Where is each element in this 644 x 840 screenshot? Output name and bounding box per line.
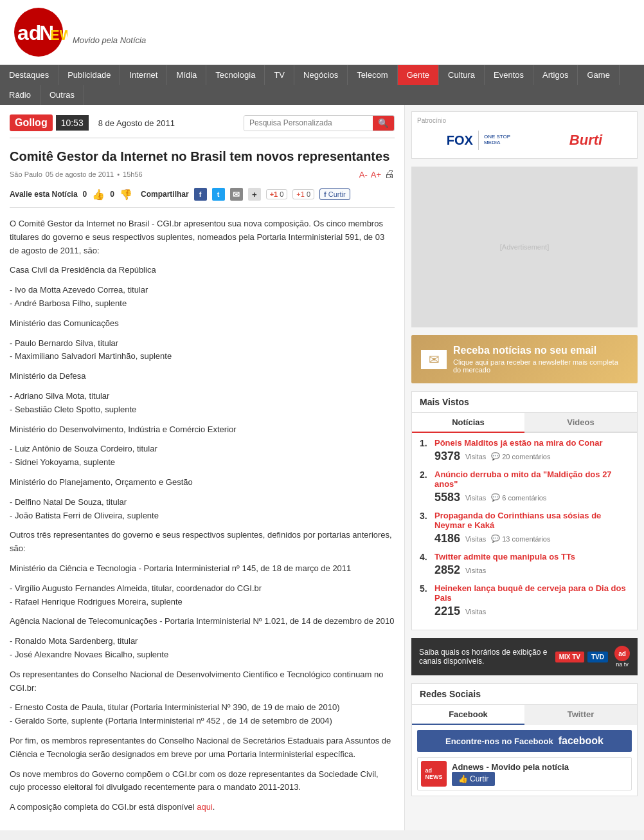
thumbup-icon[interactable]: 👍 [92,188,105,201]
nav-artigos[interactable]: Artigos [533,65,578,85]
nav-gente[interactable]: Gente [398,65,439,85]
avalie-count-down: 0 [110,190,114,199]
article-para-6: - Adriano Silva Mota, titular- Sebastião… [10,390,395,417]
gplus-count-btn[interactable]: +1 0 [266,189,288,199]
nav-cultura[interactable]: Cultura [439,65,485,85]
gollog-time: 10:53 [56,115,89,131]
nav-telecom[interactable]: Telecom [348,65,397,85]
nav-tecnologia[interactable]: Tecnologia [206,65,265,85]
newsletter-text: Receba notícias no seu email Clique aqui… [453,345,628,374]
article-para-2: - Ivo da Motta Azevedo Correa, titular- … [10,284,395,311]
redes-tab-facebook[interactable]: Facebook [412,705,524,725]
article-para-0: O Comitê Gestor da Internet no Brasil - … [10,217,395,257]
comment-icon-1: 💬 [491,452,500,461]
article-para-3: Ministério das Comunicações [10,317,395,331]
article-para-19: Os nove membros do Governo compõem o CGI… [10,768,395,795]
burti-logo: Burti [569,132,602,149]
search-bar[interactable]: 🔍 [244,115,395,131]
adnews-tv-logos: MIX TV TVD [555,652,608,662]
facebook-share-btn[interactable]: f [194,188,207,201]
thumbup-fb-icon: 👍 [458,774,468,783]
search-input[interactable] [244,116,373,131]
mv-link-2[interactable]: Anúncio derruba o mito da "Maldição dos … [434,470,629,489]
mv-visits-3: 4186 [434,532,460,545]
nav-publicidade[interactable]: Publicidade [58,65,120,85]
redes-tabs: Facebook Twitter [412,705,637,725]
mv-content-1: Pôneis Malditos já estão na mira do Cona… [434,438,629,463]
mais-vistos-section: Mais Vistos Notícias Videos 1. Pôneis Ma… [411,391,638,630]
nav-eventos[interactable]: Eventos [485,65,533,85]
mv-visits-1: 9378 [434,450,460,463]
more-share-btn[interactable]: + [248,188,261,201]
article-para-5: Ministério da Defesa [10,370,395,383]
fox-text: FOX [447,133,473,148]
mv-tab-videos[interactable]: Videos [524,413,637,433]
fb-find-text: Encontre-nos no Facebook [445,736,553,746]
avalie-bar: Avalie esta Notícia 0 👍 0 👎 Compartilhar… [10,188,395,208]
mv-comments-1: 💬 20 comentários [491,452,550,461]
fox-logo: FOX ONE STOPMEDIA [447,131,510,150]
nav-destaques[interactable]: Destaques [0,65,58,85]
nav-radio[interactable]: Rádio [0,85,40,105]
mv-visits-label-4: Visitas [465,567,486,574]
facebook-icon: facebook [559,735,604,747]
nav-game[interactable]: Game [578,65,619,85]
mv-content-4: Twitter admite que manipula os TTs 2852 … [434,552,629,577]
article-para-4: - Paulo Bernardo Silva, titular- Maximil… [10,337,395,364]
comment-icon-2: 💬 [491,493,500,502]
fb-like-button[interactable]: 👍 Curtir [452,772,495,786]
mv-num-5: 5. [420,583,431,594]
gplus1-count-btn[interactable]: +1 0 [292,189,314,199]
article-para-17: - Ernesto Costa de Paula, titular (Porta… [10,701,395,728]
redes-tab-twitter[interactable]: Twitter [524,705,637,725]
mv-comments-2: 💬 6 comentários [491,493,546,502]
gplus-count: 0 [280,190,283,198]
mv-link-1[interactable]: Pôneis Malditos já estão na mira do Cona… [434,438,629,448]
newsletter-box[interactable]: ✉ Receba notícias no seu email Clique aq… [411,335,638,383]
nav: Destaques Publicidade Internet Mídia Tec… [0,65,644,105]
mv-item-3: 3. Propaganda do Corinthians usa sósias … [420,511,629,545]
article-para-7: Ministério do Desenvolvimento, Indústria… [10,423,395,437]
mv-visits-label-2: Visitas [465,494,486,502]
patrocinio-label: Patrocínio [417,117,632,124]
article-time: 15h56 [123,170,143,178]
mv-num-3: 3. [420,511,431,521]
adnews-tv-box: Saiba quais os horários de exibição e ca… [411,638,638,675]
article-para-9: Ministério do Planejamento, Orçamento e … [10,476,395,489]
mv-num-4: 4. [420,552,431,562]
article-para-18: Por fim, os membros representantes do Co… [10,735,395,762]
article-body: O Comitê Gestor da Internet no Brasil - … [10,217,395,814]
twitter-share-btn[interactable]: t [212,188,225,201]
mv-link-3[interactable]: Propaganda do Corinthians usa sósias de … [434,511,629,530]
nav-internet[interactable]: Internet [120,65,167,85]
print-icon[interactable]: 🖨 [384,169,395,180]
nav-negocios[interactable]: Negócios [294,65,348,85]
mv-item-4: 4. Twitter admite que manipula os TTs 28… [420,552,629,577]
article-para-1: Casa Civil da Presidência da República [10,264,395,277]
mv-link-4[interactable]: Twitter admite que manipula os TTs [434,552,629,562]
gollog-date: 8 de Agosto de 2011 [98,118,175,128]
article-para-12: Ministério da Ciência e Tecnologia - Por… [10,562,395,576]
curtir-btn[interactable]: f Curtir [319,188,350,200]
mv-tab-noticias[interactable]: Notícias [412,413,524,433]
logo-tagline: Movido pela Notícia [73,35,146,45]
nav-midia[interactable]: Mídia [167,65,206,85]
font-increase-btn[interactable]: A+ [371,170,381,179]
mv-num-2: 2. [420,470,431,480]
mv-content-5: Heineken lança buquê de cerveja para o D… [434,583,629,618]
thumbdown-icon[interactable]: 👎 [120,188,132,201]
gollog-logo: Gollog [10,114,53,131]
font-decrease-btn[interactable]: A- [359,170,368,179]
fb-find-us: Encontre-nos no Facebook facebook [417,730,632,752]
mv-link-5[interactable]: Heineken lança buquê de cerveja para o D… [434,583,629,603]
aqui-link[interactable]: aqui [197,802,213,812]
email-share-btn[interactable]: ✉ [230,188,243,201]
nav-tv[interactable]: TV [265,65,294,85]
mais-vistos-title: Mais Vistos [412,392,637,413]
ad-banner: [Advertisement] [411,167,638,327]
fb-page-icon: adNEWS [421,761,447,787]
search-button[interactable]: 🔍 [373,116,394,131]
article-location: São Paulo [10,170,42,178]
nav-outras[interactable]: Outras [40,85,84,105]
mix-tv-logo: MIX TV [555,652,584,662]
